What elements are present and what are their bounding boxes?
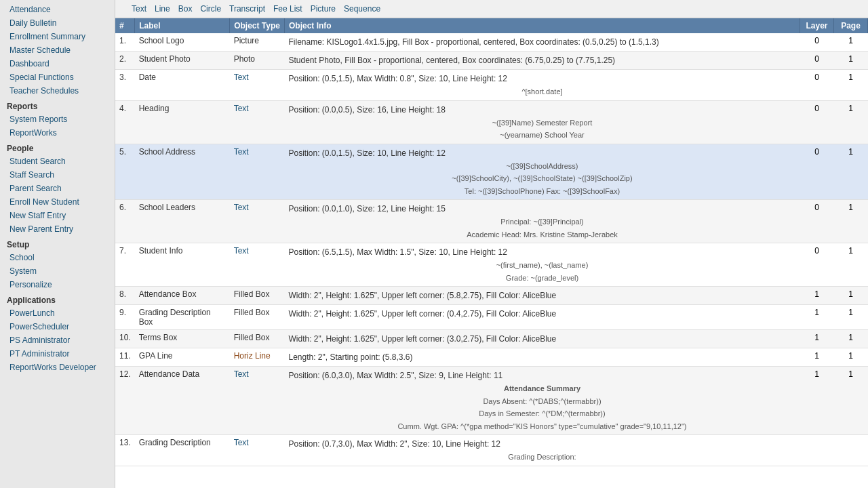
sidebar-student-search[interactable]: Student Search	[0, 155, 115, 168]
toolbar-link-transcript[interactable]: Transcript	[229, 4, 265, 14]
row-type: Filled Box	[230, 305, 285, 330]
sidebar-attendance[interactable]: Attendance	[0, 3, 115, 16]
sidebar-parent-search[interactable]: Parent Search	[0, 182, 115, 195]
row-type: Text	[230, 243, 285, 287]
row-label: Student Info	[135, 243, 230, 287]
info-sub-text: ~([39]Name) Semester Report	[288, 117, 795, 129]
table-row[interactable]: 1.School LogoPictureFilename: KISLogo1.4…	[115, 33, 868, 52]
toolbar-link-line[interactable]: Line	[155, 4, 170, 14]
row-layer: 0	[800, 33, 834, 52]
row-page: 1	[834, 144, 868, 200]
row-num: 2.	[115, 52, 135, 70]
sidebar-ps-administrator[interactable]: PS Administrator	[0, 333, 115, 347]
toolbar-link-picture[interactable]: Picture	[311, 4, 336, 14]
row-label: Heading	[135, 100, 230, 144]
sidebar-system[interactable]: System	[0, 264, 115, 278]
row-page: 1	[834, 52, 868, 70]
sidebar-pt-administrator[interactable]: PT Administrator	[0, 347, 115, 361]
row-layer: 1	[800, 367, 834, 435]
sidebar-new-parent-entry[interactable]: New Parent Entry	[0, 222, 115, 236]
sidebar-system-reports[interactable]: System Reports	[0, 113, 115, 126]
sidebar-master-schedule[interactable]: Master Schedule	[0, 43, 115, 57]
row-label: Attendance Data	[135, 367, 230, 435]
table-row[interactable]: 13.Grading DescriptionTextPosition: (0.7…	[115, 435, 868, 466]
toolbar-link-fee list[interactable]: Fee List	[273, 4, 302, 14]
table-row[interactable]: 2.Student PhotoPhotoStudent Photo, Fill …	[115, 52, 868, 70]
info-sub-text: Academic Head: Mrs. Kristine Stamp-Jerab…	[288, 229, 795, 241]
row-label: School Leaders	[135, 200, 230, 243]
toolbar-link-box[interactable]: Box	[178, 4, 193, 14]
row-type: Filled Box	[230, 287, 285, 305]
row-type: Text	[230, 367, 285, 435]
sidebar-school[interactable]: School	[0, 251, 115, 264]
row-info: Width: 2", Height: 1.625", Upper left co…	[284, 287, 800, 305]
info-sub-text: ~([39]SchoolAddress)	[288, 161, 795, 172]
sidebar-daily-bulletin[interactable]: Daily Bulletin	[0, 16, 115, 30]
sidebar-teacher-schedules[interactable]: Teacher Schedules	[0, 84, 115, 98]
row-type: Text	[230, 70, 285, 101]
table-row[interactable]: 4.HeadingTextPosition: (0.0,0.5), Size: …	[115, 100, 868, 144]
row-label: Attendance Box	[135, 287, 230, 305]
sidebar-dashboard[interactable]: Dashboard	[0, 57, 115, 70]
sidebar-reportworks-developer[interactable]: ReportWorks Developer	[0, 361, 115, 374]
col-header-object-type: Object Type	[230, 18, 285, 33]
row-type: Text	[230, 100, 285, 144]
info-sub-text: Attendance Summary	[288, 383, 795, 394]
sidebar-reportworks[interactable]: ReportWorks	[0, 126, 115, 140]
toolbar-link-sequence[interactable]: Sequence	[344, 4, 380, 14]
row-info: Filename: KISLogo1.4x1.5.jpg, Fill Box -…	[284, 33, 800, 52]
row-page: 1	[834, 367, 868, 435]
row-page: 1	[834, 287, 868, 305]
sidebar-powerlunch[interactable]: PowerLunch	[0, 306, 115, 320]
table-row[interactable]: 6.School LeadersTextPosition: (0.0,1.0),…	[115, 200, 868, 243]
col-header-#: #	[115, 18, 135, 33]
info-sub-text: ^[short.date]	[288, 86, 795, 98]
info-sub-text: Principal: ~([39]Principal)	[288, 216, 795, 228]
table-row[interactable]: 9.Grading Description BoxFilled BoxWidth…	[115, 305, 868, 330]
main-content: TextLineBoxCircleTranscriptFee ListPictu…	[115, 0, 868, 488]
info-sub-text: ~([39]SchoolCity), ~([39]SchoolState) ~(…	[288, 173, 795, 184]
row-page: 1	[834, 33, 868, 52]
toolbar-link-circle[interactable]: Circle	[200, 4, 221, 14]
row-info: Length: 2", Starting point: (5.8,3.6)	[284, 348, 800, 367]
row-type: Text	[230, 435, 285, 466]
table-row[interactable]: 12.Attendance DataTextPosition: (6.0,3.0…	[115, 367, 868, 435]
sidebar-new-staff-entry[interactable]: New Staff Entry	[0, 209, 115, 222]
toolbar-link-text[interactable]: Text	[132, 4, 146, 14]
sidebar-special-functions[interactable]: Special Functions	[0, 70, 115, 84]
row-label: School Logo	[135, 33, 230, 52]
table-row[interactable]: 10.Terms BoxFilled BoxWidth: 2", Height:…	[115, 330, 868, 348]
row-label: Grading Description	[135, 435, 230, 466]
row-num: 6.	[115, 200, 135, 243]
row-page: 1	[834, 243, 868, 287]
row-layer: 0	[800, 243, 834, 287]
col-header-page: Page	[834, 18, 868, 33]
toolbar: TextLineBoxCircleTranscriptFee ListPictu…	[115, 0, 868, 18]
row-layer: 0	[800, 70, 834, 101]
row-type: Photo	[230, 52, 285, 70]
row-info: Position: (0.5,1.5), Max Width: 0.8", Si…	[284, 70, 800, 101]
row-label: GPA Line	[135, 348, 230, 367]
sidebar-personalize[interactable]: Personalize	[0, 278, 115, 291]
row-layer: 1	[800, 348, 834, 367]
table-row[interactable]: 3.DateTextPosition: (0.5,1.5), Max Width…	[115, 70, 868, 101]
sidebar-powerscheduler[interactable]: PowerScheduler	[0, 320, 115, 333]
row-label: Terms Box	[135, 330, 230, 348]
table-area: #LabelObject TypeObject InfoLayerPage 1.…	[115, 18, 868, 488]
info-sub-text: ~(first_name), ~(last_name)	[288, 260, 795, 271]
table-row[interactable]: 7.Student InfoTextPosition: (6.5,1.5), M…	[115, 243, 868, 287]
row-layer	[800, 435, 834, 466]
sidebar-enrollment-summary[interactable]: Enrollment Summary	[0, 30, 115, 43]
row-info: Width: 2", Height: 1.625", Upper left co…	[284, 330, 800, 348]
row-info: Position: (6.0,3.0), Max Width: 2.5", Si…	[284, 367, 800, 435]
table-row[interactable]: 11.GPA LineHoriz LineLength: 2", Startin…	[115, 348, 868, 367]
table-row[interactable]: 5.School AddressTextPosition: (0.0,1.5),…	[115, 144, 868, 200]
row-label: Date	[135, 70, 230, 101]
row-layer: 0	[800, 200, 834, 243]
sidebar-staff-search[interactable]: Staff Search	[0, 168, 115, 182]
row-info: Position: (0.7,3.0), Max Width: 2", Size…	[284, 435, 800, 466]
row-info: Position: (0.0,1.5), Size: 10, Line Heig…	[284, 144, 800, 200]
sidebar-enroll-new-student[interactable]: Enroll New Student	[0, 195, 115, 209]
table-row[interactable]: 8.Attendance BoxFilled BoxWidth: 2", Hei…	[115, 287, 868, 305]
row-num: 9.	[115, 305, 135, 330]
